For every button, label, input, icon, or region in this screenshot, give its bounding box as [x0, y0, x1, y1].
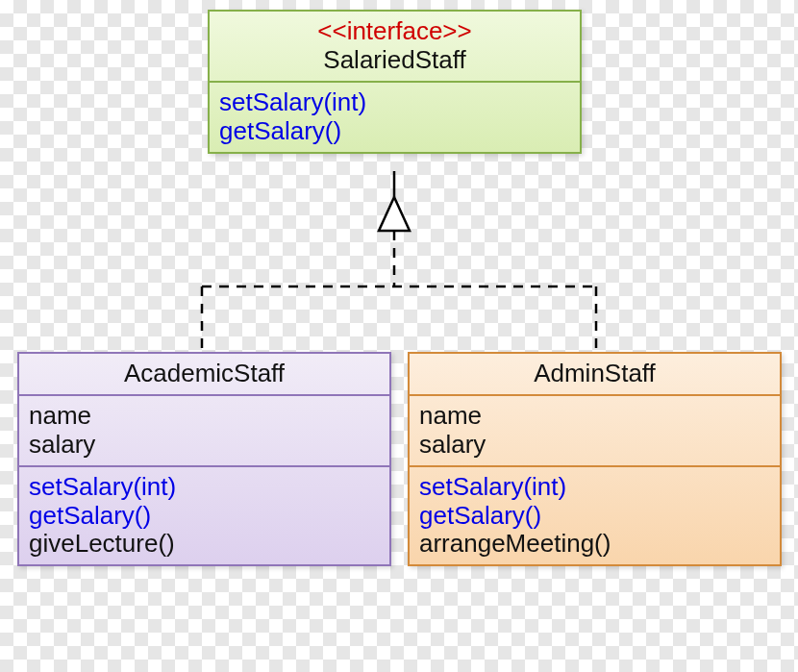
class-title-compartment: AdminStaff: [410, 354, 780, 394]
method: setSalary(int): [219, 88, 570, 117]
class-title-compartment: <<interface>> SalariedStaff: [210, 12, 580, 81]
method: giveLecture(): [29, 530, 380, 559]
class-name: SalariedStaff: [219, 46, 570, 75]
method: arrangeMeeting(): [419, 530, 770, 559]
attributes-compartment: name salary: [19, 394, 389, 465]
method: getSalary(): [219, 117, 570, 146]
attributes-compartment: name salary: [410, 394, 780, 465]
class-box-academicstaff: AcademicStaff name salary setSalary(int)…: [17, 352, 391, 566]
diagram-canvas: <<interface>> SalariedStaff setSalary(in…: [0, 0, 798, 672]
method: setSalary(int): [419, 473, 770, 502]
stereotype-label: <<interface>>: [219, 17, 570, 46]
methods-compartment: setSalary(int) getSalary() giveLecture(): [19, 465, 389, 565]
realization-arrowhead-icon: [379, 197, 410, 231]
method: getSalary(): [29, 502, 380, 531]
method: setSalary(int): [29, 473, 380, 502]
attribute: name: [29, 402, 380, 431]
methods-compartment: setSalary(int) getSalary(): [210, 81, 580, 152]
attribute: salary: [419, 431, 770, 460]
attribute: name: [419, 402, 770, 431]
class-box-adminstaff: AdminStaff name salary setSalary(int) ge…: [408, 352, 782, 566]
method: getSalary(): [419, 502, 770, 531]
class-box-salariedstaff: <<interface>> SalariedStaff setSalary(in…: [208, 10, 582, 154]
class-name: AcademicStaff: [29, 360, 380, 388]
methods-compartment: setSalary(int) getSalary() arrangeMeetin…: [410, 465, 780, 565]
attribute: salary: [29, 431, 380, 460]
class-name: AdminStaff: [419, 360, 770, 388]
class-title-compartment: AcademicStaff: [19, 354, 389, 394]
